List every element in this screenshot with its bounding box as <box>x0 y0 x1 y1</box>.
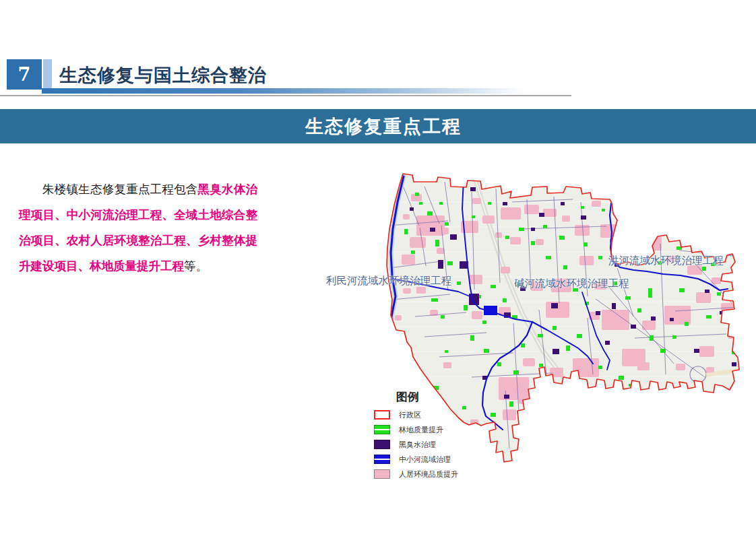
legend-row: 林地质量提升 <box>369 425 504 434</box>
settlement-patch <box>536 239 544 245</box>
settlement-patch <box>740 357 747 362</box>
forest-patch <box>553 326 557 330</box>
forest-patch <box>445 350 448 353</box>
settlement-patch <box>699 346 714 357</box>
forest-patch <box>543 225 547 228</box>
forest-patch <box>497 362 501 366</box>
settlement-patch <box>495 232 502 238</box>
settlement-patch <box>637 362 650 370</box>
settlement-patch <box>410 237 426 248</box>
blackwater-patch <box>589 396 594 400</box>
settlement-patch <box>575 225 590 236</box>
blackwater-patch <box>470 187 476 191</box>
settlement-patch <box>443 362 451 368</box>
limin-river-label: 利民河流域水环境治理工程 <box>326 274 451 288</box>
settlement-patch <box>625 221 643 233</box>
forest-patch <box>472 215 475 218</box>
forest-patch <box>519 228 524 231</box>
forest-patch <box>457 281 461 285</box>
settlement-patch <box>579 256 594 265</box>
forest-patch <box>427 211 433 215</box>
settlement-patch <box>403 214 410 220</box>
forest-patch <box>685 322 689 326</box>
forest-patch <box>484 349 489 353</box>
blackwater-patch <box>670 318 674 321</box>
settlement-patch <box>550 368 563 377</box>
blackwater-patch <box>612 303 616 309</box>
settlement-patch <box>403 288 411 294</box>
legend-label: 行政区 <box>399 410 421 420</box>
settlement-patch <box>472 198 481 204</box>
jianhe-river-label: 碱河流域水环境治理工程 <box>514 277 629 291</box>
legend-label: 人居环境品质提升 <box>399 469 458 479</box>
settlement-patch <box>472 311 482 319</box>
blackwater-patch <box>732 362 736 366</box>
forest-patch <box>538 334 543 337</box>
forest-patch <box>464 305 468 310</box>
forest-patch <box>531 241 535 245</box>
blackwater-patch <box>410 207 414 211</box>
settlement-patch <box>503 409 516 420</box>
settlement-patch <box>619 203 627 209</box>
forest-patch <box>445 222 449 226</box>
settlement-patch <box>635 236 662 251</box>
legend-row: 中小河流域治理 <box>369 455 504 464</box>
forest-patch <box>559 236 565 240</box>
river-treatment-patch <box>570 407 578 413</box>
blackwater-patch <box>551 303 558 308</box>
forest-patch <box>431 298 438 302</box>
forest-patch <box>566 345 570 351</box>
honghe-river-label: 洪河流域水环境治理工程 <box>608 254 724 268</box>
blackwater-patch <box>561 202 565 205</box>
settlement-patch <box>510 237 521 244</box>
forest-patch <box>679 288 685 292</box>
settlement-patch <box>573 358 599 377</box>
blackwater-patch <box>694 349 699 353</box>
legend-label: 中小河流域治理 <box>399 455 451 465</box>
blackwater-patch <box>651 316 656 321</box>
forest-patch <box>563 265 567 269</box>
forest-patch <box>521 343 525 347</box>
forest-patch <box>619 376 624 380</box>
settlement-patch <box>524 205 539 214</box>
blackwater-patch <box>450 234 457 240</box>
forest-patch <box>598 256 602 259</box>
forest-patch <box>488 202 491 205</box>
forest-patch <box>574 384 578 387</box>
forest-patch <box>717 292 721 296</box>
forest-patch <box>411 251 415 254</box>
settlement-patch <box>696 292 711 303</box>
forest-patch <box>650 335 654 341</box>
forest-patch <box>539 364 543 367</box>
forest-patch <box>598 366 602 369</box>
forest-patch <box>419 202 422 205</box>
forest-patch <box>602 209 605 211</box>
legend-items: 行政区林地质量提升黑臭水治理中小河流域治理人居环境品质提升 <box>369 410 504 479</box>
forest-patch <box>509 401 513 407</box>
settlement-patch <box>647 215 656 222</box>
blackwater-patch <box>625 232 631 236</box>
legend-row: 黑臭水治理 <box>369 440 504 449</box>
settlement-patch <box>676 364 685 370</box>
forest-patch <box>470 335 474 341</box>
settlement-patch <box>501 267 510 273</box>
forest-patch <box>435 240 439 246</box>
settlement-patch <box>402 255 415 265</box>
settlement-patch <box>592 201 601 207</box>
blackwater-patch <box>430 228 435 232</box>
legend-row: 人居环境品质提升 <box>369 469 504 479</box>
blackwater-patch <box>596 311 600 315</box>
blackwater-patch <box>531 228 535 231</box>
settlement-patch <box>523 358 535 366</box>
forest-patch <box>584 242 588 246</box>
forest-patch <box>672 335 676 339</box>
blackwater-patch <box>438 260 443 269</box>
settlement-patch <box>439 228 449 234</box>
settlement-patch <box>469 275 482 284</box>
settlement-patch <box>482 215 495 224</box>
settlement-patch <box>562 215 570 222</box>
blackwater-patch <box>567 409 577 418</box>
blackwater-patch <box>504 395 509 399</box>
forest-patch <box>482 321 486 324</box>
forest-patch <box>505 236 509 239</box>
